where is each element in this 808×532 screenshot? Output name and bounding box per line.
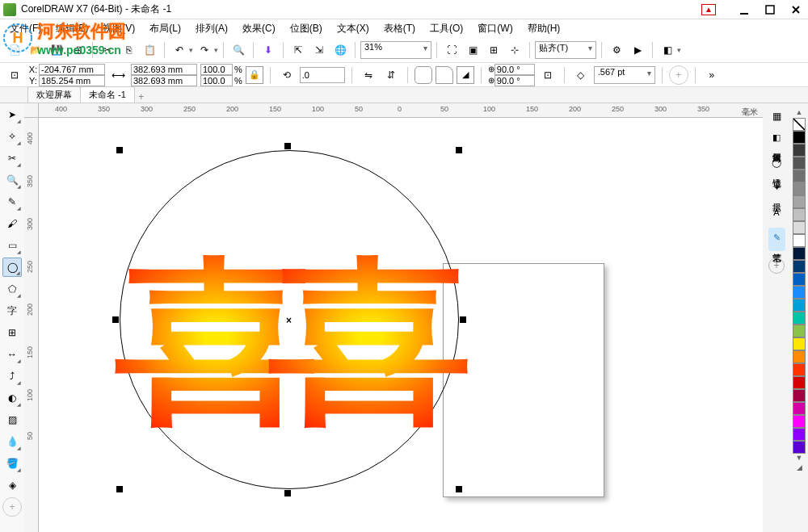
palette-flyout[interactable]: ◢	[797, 463, 802, 473]
handle-tr[interactable]	[456, 147, 462, 153]
user-indicator[interactable]: ▲	[701, 4, 716, 15]
transparency-tool[interactable]: ▨	[2, 410, 22, 429]
swatch[interactable]	[793, 234, 806, 247]
swatch[interactable]	[793, 402, 806, 415]
ruler-vertical[interactable]: 40035030025020015010050	[24, 118, 39, 532]
pick-tool[interactable]: ➤◢	[2, 105, 22, 124]
width-input[interactable]	[131, 64, 197, 75]
docker-art-pen[interactable]: ✎艺术笔	[768, 228, 785, 251]
snap-combo[interactable]: 贴齐(T)	[535, 41, 596, 59]
chamfer-corner-button[interactable]: ◢	[457, 66, 474, 84]
swatch[interactable]	[793, 286, 806, 299]
cut-button[interactable]: ✂	[98, 40, 117, 60]
height-input[interactable]	[131, 75, 197, 86]
swatch[interactable]	[793, 208, 806, 221]
angle-input[interactable]	[300, 67, 345, 83]
freehand-tool[interactable]: ✎◢	[2, 192, 22, 212]
close-button[interactable]	[787, 2, 805, 17]
x-input[interactable]	[39, 64, 105, 75]
menu-arrange[interactable]: 排列(A)	[189, 20, 234, 37]
zoom-combo[interactable]: 31%	[360, 41, 431, 59]
ruler-origin[interactable]	[24, 103, 39, 118]
docker-area-toggle[interactable]: ▦	[767, 107, 786, 126]
handle-bl[interactable]	[116, 486, 123, 492]
minimize-button[interactable]	[735, 2, 753, 17]
swatch[interactable]	[793, 376, 806, 389]
ellipse-tool[interactable]: ◯◢	[2, 258, 22, 277]
swatch[interactable]	[793, 221, 806, 234]
docker-object-properties[interactable]: ◧对象属性	[768, 128, 785, 151]
tab-welcome[interactable]: 欢迎屏幕	[27, 86, 81, 103]
app-launcher-dropdown[interactable]: ▾	[677, 46, 681, 54]
menu-text[interactable]: 文本(X)	[330, 20, 376, 37]
swatch-none[interactable]	[793, 118, 806, 131]
docker-lens[interactable]: ◯透镜	[768, 153, 785, 176]
export-button[interactable]: ⇱	[288, 40, 308, 60]
dimension-tool[interactable]: ↔◢	[2, 345, 22, 364]
launch-button[interactable]: ▶	[628, 40, 647, 60]
tab-doc1[interactable]: 未命名 -1	[80, 86, 135, 103]
tab-add-button[interactable]: +	[134, 91, 149, 103]
table-tool[interactable]: ⊞	[2, 323, 22, 342]
menu-window[interactable]: 窗口(W)	[471, 20, 519, 37]
swatch[interactable]	[793, 131, 806, 144]
relative-corner-button[interactable]: ⊡	[538, 65, 558, 85]
selection-center[interactable]: ×	[286, 315, 292, 326]
swatch[interactable]	[793, 299, 806, 312]
menu-tools[interactable]: 工具(O)	[423, 20, 469, 37]
docker-expand-button[interactable]: +	[768, 258, 785, 274]
palette-down[interactable]: ▼	[796, 454, 803, 463]
app-launcher-button[interactable]: ◧	[658, 40, 677, 60]
rectangle-tool[interactable]: ▭◢	[2, 236, 22, 255]
scaley-input[interactable]	[200, 75, 233, 86]
import-button[interactable]: ⬇	[259, 40, 278, 60]
smart-fill-tool[interactable]: ◈	[2, 475, 22, 495]
swatch[interactable]	[793, 157, 806, 170]
menu-view[interactable]: 视图(V)	[96, 20, 141, 37]
handle-ml[interactable]	[112, 316, 119, 323]
artistic-media-tool[interactable]: 🖌	[2, 214, 22, 233]
menu-file[interactable]: 文件(F)	[3, 20, 48, 37]
swatch[interactable]	[793, 144, 806, 157]
swatch[interactable]	[793, 325, 806, 337]
show-rulers-button[interactable]: ▣	[463, 40, 482, 60]
eyedropper-tool[interactable]: 💧◢	[2, 432, 22, 451]
save-button[interactable]: 💾	[47, 40, 66, 60]
swatch[interactable]	[793, 273, 806, 286]
docker-hints[interactable]: ✦提示	[768, 178, 785, 201]
round-corner-button[interactable]	[415, 66, 432, 84]
options-button[interactable]: ⚙	[607, 40, 626, 60]
swatch[interactable]	[793, 195, 806, 208]
redo-button[interactable]: ↷	[195, 40, 214, 60]
swatch[interactable]	[793, 350, 806, 363]
canvas-area[interactable]: 毫米 4003503002502001501005005010015020025…	[24, 103, 763, 532]
palette-up[interactable]: ▲	[796, 108, 803, 118]
interactive-tool[interactable]: ◐◢	[2, 388, 22, 408]
text-tool[interactable]: 字	[2, 301, 22, 320]
open-button[interactable]: 📂	[26, 40, 45, 60]
quick-customize-button[interactable]: +	[2, 497, 22, 517]
shape-tool[interactable]: ✧◢	[2, 127, 22, 146]
show-grid-button[interactable]: ⊞	[484, 40, 503, 60]
swatch[interactable]	[793, 260, 806, 273]
xi-character-right[interactable]: 喜	[268, 255, 473, 433]
polygon-tool[interactable]: ⬠◢	[2, 279, 22, 299]
overflow-button[interactable]: »	[702, 65, 722, 85]
swatch[interactable]	[793, 415, 806, 428]
undo-button[interactable]: ↶	[170, 40, 189, 60]
menu-layout[interactable]: 布局(L)	[143, 20, 187, 37]
swatch[interactable]	[793, 312, 806, 325]
fullscreen-button[interactable]: ⛶	[442, 40, 461, 60]
copy-button[interactable]: ⎘	[119, 40, 138, 60]
swatch[interactable]	[793, 170, 806, 182]
swatch[interactable]	[793, 182, 806, 195]
menu-bitmaps[interactable]: 位图(B)	[284, 20, 329, 37]
handle-tm[interactable]	[284, 143, 291, 149]
menu-effects[interactable]: 效果(C)	[236, 20, 282, 37]
search-button[interactable]: 🔍	[229, 40, 248, 60]
lock-ratio-button[interactable]: 🔒	[246, 66, 263, 84]
mirror-h-button[interactable]: ⇋	[359, 65, 378, 85]
menu-table[interactable]: 表格(T)	[377, 20, 422, 37]
interactive-fill-tool[interactable]: 🪣◢	[2, 454, 22, 473]
corner1-input[interactable]	[494, 64, 535, 75]
